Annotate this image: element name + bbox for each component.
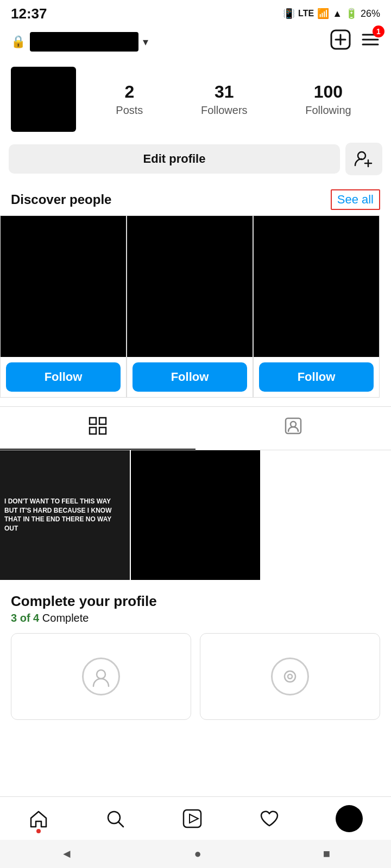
post-text-1: I DON'T WANT TO FEEL THIS WAY BUT IT'S H… [4,497,125,533]
vibrate-icon: 📳 [283,8,295,20]
tagged-icon [284,417,302,439]
android-nav: ◄ ● ■ [0,840,391,868]
person-card-3: Follow [253,215,380,398]
svg-line-19 [118,822,123,827]
chevron-down-icon[interactable]: ▾ [143,35,148,48]
complete-profile-suffix: Complete [42,612,89,624]
profile-section: 2 Posts 31 Followers 100 Following [0,58,391,143]
post-thumb-1[interactable]: I DON'T WANT TO FEEL THIS WAY BUT IT'S H… [0,450,130,580]
grid-icon [89,417,107,439]
home-active-dot [36,829,41,833]
tab-posts[interactable] [0,407,195,450]
posts-grid: I DON'T WANT TO FEEL THIS WAY BUT IT'S H… [0,450,391,580]
edit-profile-row: Edit profile [0,143,391,184]
bottom-nav [0,796,391,840]
complete-card-icon-1 [82,658,120,695]
svg-point-17 [288,674,292,679]
svg-point-16 [285,671,295,682]
complete-card-1[interactable] [11,633,191,720]
android-recent-button[interactable]: ■ [323,847,330,861]
battery-icon: 🔋 [345,8,357,20]
discover-people-header: Discover people See all [0,184,391,215]
svg-rect-11 [90,427,96,434]
person-avatar-1 [1,216,126,357]
signal-icon: ▲ [332,8,342,20]
posts-stat[interactable]: 2 Posts [116,82,143,117]
profile-avatar[interactable] [11,67,76,132]
complete-profile-subtitle: 3 of 4 Complete [11,612,380,624]
top-nav: 🔒 ▾ 1 [0,25,391,58]
following-label: Following [305,104,351,117]
following-stat[interactable]: 100 Following [305,82,351,117]
followers-count: 31 [215,82,234,102]
svg-marker-21 [190,814,198,823]
notification-badge: 1 [373,25,384,37]
profile-stats: 2 Posts 31 Followers 100 Following [87,82,380,117]
post-thumb-2[interactable] [131,450,261,580]
edit-profile-button[interactable]: Edit profile [9,144,340,174]
person-card-1: Follow [0,215,127,398]
follow-button-2[interactable]: Follow [133,362,247,392]
username-redacted [30,32,138,52]
followers-stat[interactable]: 31 Followers [201,82,248,117]
svg-rect-12 [99,427,106,434]
lock-icon: 🔒 [11,35,26,49]
add-person-button[interactable] [345,143,382,175]
svg-point-15 [97,670,105,679]
lte-icon: LTE [298,9,314,18]
nav-actions: 1 [330,29,380,54]
nav-home-button[interactable] [28,808,49,829]
discover-people-title: Discover people [11,192,111,207]
posts-count: 2 [124,82,134,102]
complete-card-2[interactable] [200,633,380,720]
tab-tagged[interactable] [195,407,391,450]
android-back-button[interactable]: ◄ [61,847,73,861]
complete-card-icon-2 [271,658,309,695]
svg-rect-9 [90,418,96,424]
nav-profile-button[interactable] [336,805,363,832]
followers-label: Followers [201,104,248,117]
complete-profile-section: Complete your profile 3 of 4 Complete [0,580,391,633]
status-bar: 12:37 📳 LTE 📶 ▲ 🔋 26% [0,0,391,25]
status-icons: 📳 LTE 📶 ▲ 🔋 26% [283,8,380,20]
menu-button[interactable]: 1 [361,30,380,53]
battery-percent: 26% [361,8,380,20]
see-all-button[interactable]: See all [331,189,380,210]
svg-point-14 [291,422,296,427]
wifi-icon: 📶 [317,8,329,20]
add-post-button[interactable] [330,29,351,54]
complete-profile-progress: 3 of 4 [11,612,39,624]
nav-reels-button[interactable] [182,808,203,829]
people-cards-container: Follow Follow Follow [0,215,391,398]
follow-button-1[interactable]: Follow [6,362,121,392]
person-card-2: Follow [127,215,253,398]
follow-button-3[interactable]: Follow [259,362,374,392]
complete-cards [0,633,391,729]
svg-rect-10 [99,418,106,424]
username-bar: 🔒 ▾ [11,32,148,52]
following-count: 100 [314,82,343,102]
people-cards-list: Follow Follow Follow [0,215,391,398]
content-tabs [0,406,391,450]
person-avatar-3 [254,216,379,357]
nav-search-button[interactable] [105,808,125,829]
nav-profile-avatar [336,805,363,832]
android-home-button[interactable]: ● [194,847,201,861]
person-avatar-2 [127,216,253,357]
status-time: 12:37 [11,5,47,22]
nav-likes-button[interactable] [259,808,280,829]
posts-label: Posts [116,104,143,117]
complete-profile-title: Complete your profile [11,593,380,610]
